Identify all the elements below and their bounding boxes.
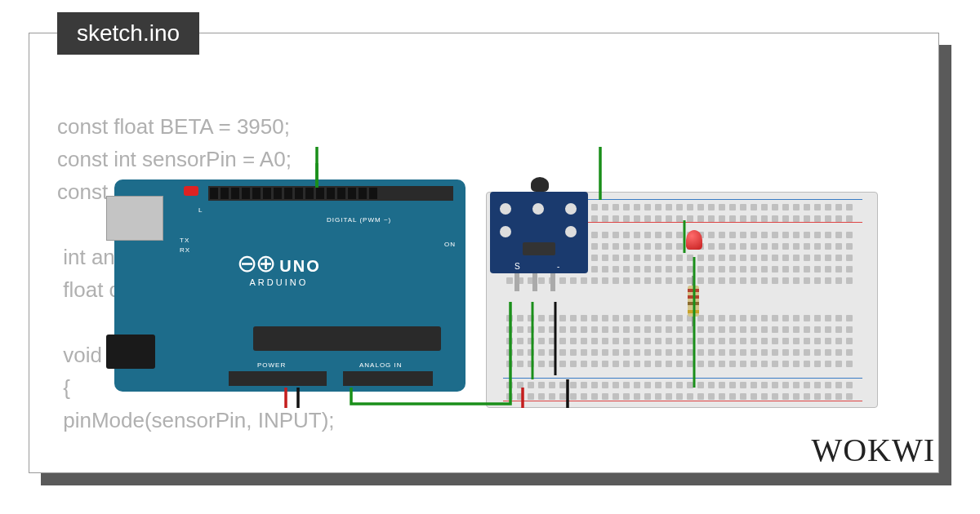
simulator-canvas[interactable]: ⊖⊕ UNO ARDUINO DIGITAL (PWM ~) POWER ANA… xyxy=(114,179,898,408)
on-led-label: ON xyxy=(444,241,456,248)
module-pin-minus: - xyxy=(557,262,559,271)
arduino-uno-board[interactable]: ⊖⊕ UNO ARDUINO DIGITAL (PWM ~) POWER ANA… xyxy=(114,179,466,392)
power-label: POWER xyxy=(257,361,286,369)
infinity-icon: ⊖⊕ UNO xyxy=(237,249,321,277)
analog-pin-header[interactable] xyxy=(343,371,433,386)
thermistor-module[interactable]: S - xyxy=(490,192,588,273)
breadboard-row[interactable] xyxy=(506,349,859,356)
breadboard-row[interactable] xyxy=(506,382,859,388)
code-line: const float BETA = 3950; xyxy=(57,114,290,139)
breadboard-row[interactable] xyxy=(506,338,859,344)
thermistor-icon xyxy=(531,177,549,192)
red-led[interactable] xyxy=(686,230,702,250)
digital-label: DIGITAL (PWM ~) xyxy=(327,216,391,224)
power-pin-header[interactable] xyxy=(229,371,327,386)
code-line: pinMode(sensorPin, INPUT); xyxy=(57,408,335,432)
wokwi-brand-logo: WOKWI xyxy=(811,431,935,469)
module-pins xyxy=(514,273,555,291)
tab-label: sketch.ino xyxy=(77,20,180,46)
breadboard-row[interactable] xyxy=(506,326,859,333)
breadboard-row[interactable] xyxy=(506,315,859,321)
code-line: const int sensorPin = A0; xyxy=(57,147,292,171)
l-label: L xyxy=(198,206,203,214)
breadboard-row[interactable] xyxy=(506,361,859,367)
arduino-logo: ⊖⊕ UNO ARDUINO xyxy=(237,249,321,287)
tx-label: TX xyxy=(180,237,189,244)
analog-label: ANALOG IN xyxy=(359,361,403,369)
breadboard-row[interactable] xyxy=(506,277,859,284)
resistor[interactable] xyxy=(688,286,699,317)
breadboard-row[interactable] xyxy=(506,393,859,400)
smd-component xyxy=(523,242,555,255)
reset-button[interactable] xyxy=(184,186,198,196)
digital-pin-header[interactable] xyxy=(208,186,453,201)
module-pin-s: S xyxy=(514,262,520,271)
usb-port xyxy=(106,196,163,241)
rx-label: RX xyxy=(180,246,190,254)
atmega-chip xyxy=(253,326,441,351)
file-tab[interactable]: sketch.ino xyxy=(57,12,199,55)
code-line: { xyxy=(57,375,70,400)
power-jack xyxy=(106,335,155,369)
